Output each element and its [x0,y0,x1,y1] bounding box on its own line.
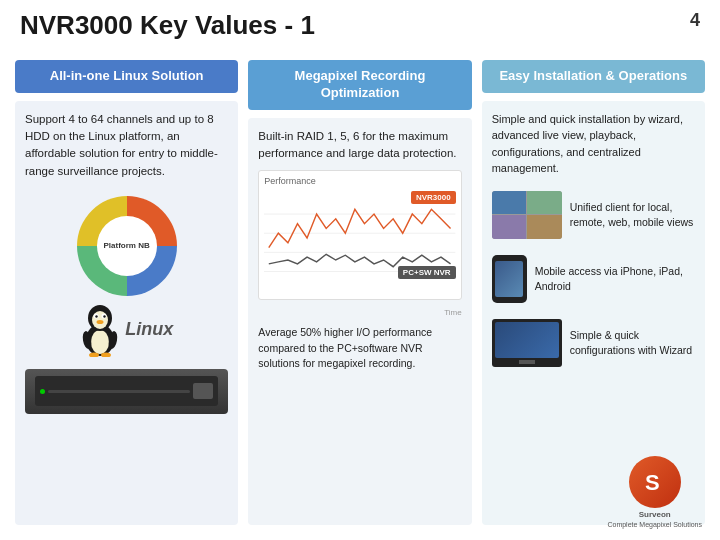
feature2-text: Mobile access via iPhone, iPad, Android [535,264,695,294]
feature-row-2: Mobile access via iPhone, iPad, Android [492,255,695,303]
feature1-text: Unified client for local, remote, web, m… [570,200,695,230]
svg-point-7 [103,315,105,317]
nvr-device-inner [35,376,218,406]
col2-top-text: Built-in RAID 1, 5, 6 for the maximum pe… [258,128,461,163]
page-title: NVR3000 Key Values - 1 [20,10,315,41]
nvr-device [25,369,228,414]
col2-bottom-text: Average 50% higher I/O performance compa… [258,325,461,371]
pcsw-badge: PC+SW NVR [398,266,456,279]
multi-view-icon [492,191,562,239]
svg-point-8 [97,320,104,324]
col1-text: Support 4 to 64 channels and up to 8 HDD… [25,111,228,180]
linux-mascot: Linux [80,302,173,357]
feature-row-1: Unified client for local, remote, web, m… [492,191,695,239]
nvr-led [40,389,45,394]
phone-icon [492,255,527,303]
linux-label: Linux [125,319,173,340]
tux-icon [80,302,120,357]
time-label: Time [258,308,461,317]
svg-point-6 [95,315,97,317]
col3-header: Easy Installation & Operations [482,60,705,93]
logo-brand: Surveon [639,510,671,519]
surveon-logo-icon: S [635,462,675,502]
col2-header: Megapixel Recording Optimization [248,60,471,110]
col2-body: Built-in RAID 1, 5, 6 for the maximum pe… [248,118,471,525]
col1-header: All-in-one Linux Solution [15,60,238,93]
svg-point-1 [91,330,109,354]
column-1: All-in-one Linux Solution Support 4 to 6… [15,60,238,525]
phone-screen [495,261,523,297]
circle-diagram: Platform NB [77,196,177,296]
logo-tagline: Complete Megapixel Solutions [607,521,702,528]
feature-row-3: Simple & quick configurations with Wizar… [492,319,695,367]
nvr3000-badge: NVR3000 [411,191,456,204]
chart-label: Performance [264,176,455,186]
chart-container: Performance NVR3000 PC+SW NVR [258,170,461,300]
surveon-logo: S [629,456,681,508]
svg-text:S: S [645,470,660,495]
circle-outer: Platform NB [77,196,177,296]
linux-diagram: Platform NB [25,196,228,357]
circle-inner: Platform NB [97,216,157,276]
logo-area: S Surveon Complete Megapixel Solutions [607,456,702,528]
page-number: 4 [690,10,700,31]
monitor-stand [519,360,535,364]
main-content: All-in-one Linux Solution Support 4 to 6… [15,60,705,525]
monitor-screen [495,322,559,358]
column-2: Megapixel Recording Optimization Built-i… [248,60,471,525]
feature3-text: Simple & quick configurations with Wizar… [570,328,695,358]
col1-body: Support 4 to 64 channels and up to 8 HDD… [15,101,238,525]
col3-top-text: Simple and quick installation by wizard,… [492,111,695,177]
monitor-icon [492,319,562,367]
